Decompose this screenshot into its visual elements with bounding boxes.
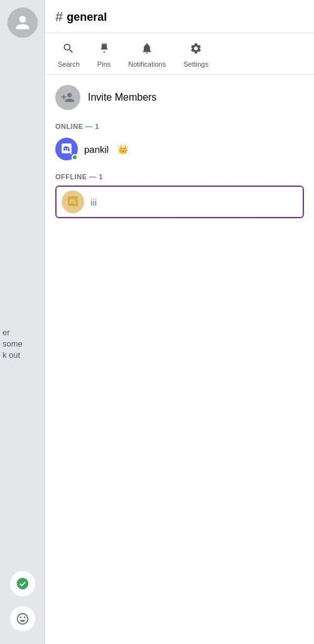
smiley-icon[interactable] bbox=[10, 606, 35, 631]
channel-name: general bbox=[67, 11, 107, 24]
pins-label: Pins bbox=[97, 60, 111, 68]
sidebar-left: er some k out bbox=[0, 0, 45, 644]
invite-label: Invite Members bbox=[88, 92, 156, 103]
notifications-label: Notifications bbox=[128, 60, 166, 68]
settings-icon bbox=[190, 42, 202, 58]
pins-toolbar-item[interactable]: Pins bbox=[97, 42, 111, 68]
search-label: Search bbox=[58, 60, 80, 68]
pankil-avatar bbox=[55, 138, 78, 160]
sidebar-partial-text-3: k out bbox=[3, 350, 20, 361]
invite-avatar bbox=[55, 85, 80, 110]
member-row-pankil[interactable]: pankil 👑 bbox=[55, 135, 304, 163]
toolbar: Search Pins Notifications Settings bbox=[45, 33, 314, 75]
hash-icon: # bbox=[55, 9, 63, 25]
members-panel: Invite Members ONLINE — 1 pankil 👑 OFFLI… bbox=[45, 75, 314, 644]
sidebar-user-avatar[interactable] bbox=[8, 8, 38, 38]
sidebar-partial-text-2: some bbox=[3, 338, 23, 350]
offline-section-header: OFFLINE — 1 bbox=[55, 173, 304, 180]
online-section-header: ONLINE — 1 bbox=[55, 123, 304, 130]
notifications-toolbar-item[interactable]: Notifications bbox=[128, 42, 166, 68]
member-row-iii[interactable]: iii bbox=[55, 186, 304, 218]
invite-members-row[interactable]: Invite Members bbox=[55, 85, 304, 110]
sidebar-partial-text-1: er bbox=[3, 327, 10, 338]
settings-toolbar-item[interactable]: Settings bbox=[183, 42, 208, 68]
main-panel: # general Search Pins Notifications bbox=[45, 0, 314, 644]
pankil-status-dot bbox=[72, 154, 78, 160]
channel-header: # general bbox=[45, 0, 314, 33]
pankil-name: pankil bbox=[84, 144, 109, 155]
pins-icon bbox=[98, 42, 111, 58]
check-circle-icon[interactable] bbox=[10, 571, 35, 596]
settings-label: Settings bbox=[183, 60, 208, 68]
crown-icon: 👑 bbox=[117, 144, 128, 154]
search-toolbar-item[interactable]: Search bbox=[58, 42, 80, 68]
iii-avatar bbox=[62, 191, 84, 213]
search-icon bbox=[62, 42, 75, 58]
sidebar-bottom bbox=[10, 571, 35, 631]
notifications-icon bbox=[141, 42, 153, 58]
iii-name: iii bbox=[90, 197, 97, 208]
